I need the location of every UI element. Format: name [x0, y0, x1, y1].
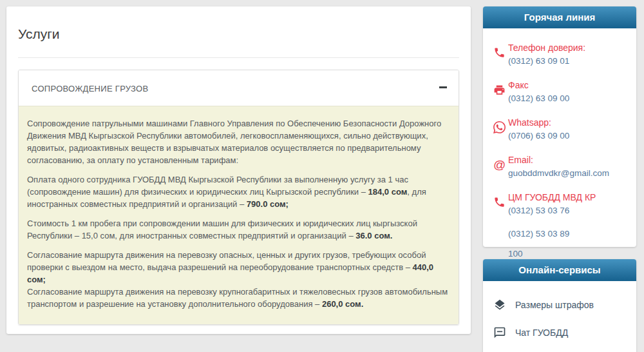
- accordion-cargo-escort: СОПРОВОЖДЕНИЕ ГРУЗОВ Сопровождение патру…: [18, 70, 459, 325]
- hotline-item-trust-phone: Телефон доверия: (0312) 63 09 01: [493, 42, 626, 67]
- hotline-item-email: @ Email: guobddmvdkr@gmail.com: [493, 154, 626, 179]
- hotline-item-value[interactable]: guobddmvdkr@gmail.com: [508, 168, 609, 179]
- fax-icon: [493, 79, 506, 104]
- hotline-item-fax: Факс (0312) 63 09 00: [493, 79, 626, 104]
- phone-icon: [493, 42, 506, 67]
- hotline-body: Телефон доверия: (0312) 63 09 01 Факс (0…: [483, 28, 636, 268]
- hotline-item-value[interactable]: (0312) 63 09 01: [508, 55, 585, 67]
- accordion-paragraph: Согласование маршрута движения на перево…: [27, 249, 448, 310]
- accordion-body: Сопровождение патрульными машинами Главн…: [19, 106, 459, 324]
- online-service-label: Чат ГУОБДД: [515, 328, 568, 338]
- hotline-item-cm-guobdd: ЦМ ГУОБДД МВД КР (0312) 53 03 76: [493, 191, 626, 217]
- accordion-title: СОПРОВОЖДЕНИЕ ГРУЗОВ: [32, 84, 149, 93]
- hotline-item-label: Whatsapp:: [508, 117, 569, 128]
- hotline-header: Горячая линия: [483, 6, 636, 28]
- hotline-card: Горячая линия Телефон доверия: (0312) 63…: [483, 6, 636, 247]
- whatsapp-icon: [493, 117, 506, 142]
- hotline-item-value[interactable]: (0312) 63 09 00: [508, 93, 569, 104]
- chat-icon: [493, 326, 506, 339]
- phone-icon: [493, 191, 506, 217]
- hotline-item-label: Телефон доверия:: [508, 42, 585, 54]
- accordion-paragraph: Сопровождение патрульными машинами Главн…: [27, 117, 448, 166]
- accordion-paragraph: Стоимость 1 км пробега при сопровождении…: [27, 217, 448, 242]
- at-icon: @: [493, 154, 506, 179]
- hotline-extra-number[interactable]: (0312) 53 03 89: [508, 229, 626, 239]
- page: Услуги СОПРОВОЖДЕНИЕ ГРУЗОВ Сопровождени…: [0, 0, 644, 352]
- online-service-chat[interactable]: Чат ГУОБДД: [493, 326, 626, 339]
- online-services-header: Онлайн-сервисы: [483, 259, 636, 281]
- online-services-card: Онлайн-сервисы Размеры штрафов Чат ГУОБД…: [483, 259, 636, 352]
- main-content-card: Услуги СОПРОВОЖДЕНИЕ ГРУЗОВ Сопровождени…: [6, 6, 471, 334]
- accordion-paragraph: Оплата одного сотрудника ГУОБДД МВД Кырг…: [27, 173, 448, 210]
- online-service-label: Размеры штрафов: [515, 300, 594, 310]
- hotline-item-label: Email:: [508, 154, 609, 166]
- hotline-extra-number[interactable]: 100: [508, 249, 626, 259]
- hotline-item-value[interactable]: (0706) 63 09 00: [508, 130, 569, 142]
- online-services-body: Размеры штрафов Чат ГУОБДД: [483, 281, 636, 352]
- collapse-minus-icon[interactable]: [439, 86, 447, 88]
- title-divider: [18, 57, 459, 58]
- hotline-item-label: ЦМ ГУОБДД МВД КР: [508, 191, 596, 203]
- accordion-header[interactable]: СОПРОВОЖДЕНИЕ ГРУЗОВ: [19, 70, 459, 106]
- layers-icon: [493, 298, 506, 311]
- online-service-fines[interactable]: Размеры штрафов: [493, 298, 626, 311]
- page-title: Услуги: [18, 24, 459, 44]
- hotline-item-label: Факс: [508, 79, 569, 91]
- hotline-item-whatsapp: Whatsapp: (0706) 63 09 00: [493, 117, 626, 142]
- hotline-item-value[interactable]: (0312) 53 03 76: [508, 205, 596, 217]
